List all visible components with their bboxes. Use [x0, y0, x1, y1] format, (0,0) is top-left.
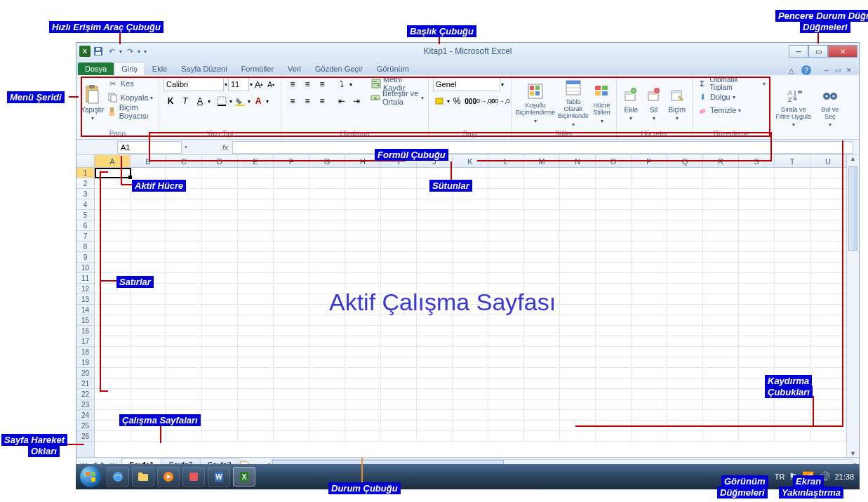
row-header[interactable]: 2 [76, 178, 94, 189]
taskbar-excel-icon[interactable]: X [233, 467, 255, 487]
lang-indicator[interactable]: TR [775, 473, 785, 481]
tab-formulas[interactable]: Formüller [234, 62, 281, 75]
cut-button[interactable]: ✂Kes [107, 77, 154, 90]
row-header[interactable]: 7 [76, 231, 94, 242]
help-icon[interactable]: ? [801, 65, 811, 75]
workbook-close-icon[interactable]: ✕ [843, 65, 855, 75]
col-header[interactable]: T [775, 155, 810, 167]
col-header[interactable]: A [95, 155, 131, 167]
row-header[interactable]: 23 [76, 399, 94, 410]
workbook-min-icon[interactable]: ─ [821, 65, 832, 75]
numfmt-select[interactable] [433, 77, 500, 91]
row-header[interactable]: 26 [76, 431, 94, 442]
clear-button[interactable]: Temizle▾ [697, 104, 766, 117]
border-icon[interactable] [215, 94, 229, 108]
undo-icon[interactable]: ↶ [106, 46, 117, 57]
align-center-icon[interactable]: ≡ [300, 94, 314, 108]
save-icon[interactable] [93, 46, 104, 57]
fill-button[interactable]: ⬇Dolgu▾ [697, 91, 766, 103]
sort-button[interactable]: AZSırala ve Filtre Uygula▾ [774, 77, 813, 136]
taskbar-word-icon[interactable]: W [208, 467, 230, 487]
painter-button[interactable]: Biçim Boyacısı [107, 105, 154, 118]
font-name-select[interactable] [163, 77, 224, 91]
row-header[interactable]: 17 [76, 336, 94, 347]
row-header[interactable]: 1 [76, 168, 94, 178]
row-header[interactable]: 5 [76, 210, 94, 220]
redo-icon[interactable]: ↷ [124, 46, 135, 57]
row-header[interactable]: 16 [76, 326, 94, 336]
align-mid-icon[interactable]: ≡ [300, 77, 314, 91]
start-button[interactable] [76, 464, 105, 489]
clock[interactable]: 21:38 [834, 473, 854, 481]
font-size-select[interactable] [228, 77, 249, 91]
row-header[interactable]: 6 [76, 220, 94, 231]
copy-button[interactable]: Kopyala▾ [107, 91, 154, 104]
row-header[interactable]: 20 [76, 368, 94, 378]
taskbar-ie-icon[interactable] [107, 467, 129, 487]
outdent-icon[interactable]: ⇤ [335, 94, 349, 108]
row-header[interactable]: 21 [76, 378, 94, 389]
grow-font-icon[interactable]: A▴ [253, 77, 265, 91]
minimize-button[interactable]: ─ [789, 45, 808, 58]
row-header[interactable]: 12 [76, 284, 94, 294]
tab-data[interactable]: Veri [281, 62, 308, 75]
align-left-icon[interactable]: ≡ [286, 94, 300, 108]
italic-button[interactable]: T [178, 94, 192, 108]
row-header[interactable]: 4 [76, 199, 94, 210]
orientation-icon[interactable]: ⤵ [335, 77, 349, 91]
insert-cells-button[interactable]: +Ekle▾ [621, 77, 641, 128]
indent-icon[interactable]: ⇥ [349, 94, 363, 108]
taskbar-media-icon[interactable] [157, 467, 180, 487]
tab-file[interactable]: Dosya [78, 62, 114, 75]
bold-button[interactable]: K [163, 94, 178, 108]
delete-cells-button[interactable]: −Sil▾ [644, 77, 664, 128]
workbook-restore-icon[interactable]: ▭ [832, 65, 843, 75]
taskbar-app1-icon[interactable] [182, 467, 205, 487]
paste-button[interactable]: Yapıştır ▾ [81, 77, 105, 128]
tab-view[interactable]: Görünüm [370, 62, 416, 75]
row-header[interactable]: 9 [76, 252, 94, 263]
fx-icon[interactable]: fx [218, 143, 232, 152]
row-header[interactable]: 13 [76, 294, 94, 305]
vscroll-thumb[interactable] [848, 166, 857, 251]
row-header[interactable]: 3 [76, 189, 94, 199]
tab-review[interactable]: Gözden Geçir [308, 62, 370, 75]
tab-insert[interactable]: Ekle [145, 62, 174, 75]
fillcolor-icon[interactable] [233, 94, 247, 108]
row-header[interactable]: 10 [76, 263, 94, 273]
format-cells-button[interactable]: Biçim▾ [667, 77, 688, 128]
row-header[interactable]: 25 [76, 421, 94, 431]
align-top-icon[interactable]: ≡ [286, 77, 300, 91]
col-header[interactable]: U [810, 155, 846, 167]
row-header[interactable]: 8 [76, 242, 94, 252]
vertical-scrollbar[interactable]: ▲ ▼ [846, 155, 859, 457]
fontcolor-icon[interactable]: A [251, 94, 265, 108]
row-header[interactable]: 22 [76, 389, 94, 399]
dec-dec-icon[interactable]: ,00→,0 [493, 94, 507, 108]
align-bot-icon[interactable]: ≡ [315, 77, 329, 91]
currency-icon[interactable] [433, 94, 446, 108]
merge-button[interactable]: aBirleştir ve Ortala▾ [370, 91, 424, 104]
close-button[interactable]: ✕ [828, 45, 857, 58]
row-header[interactable]: 11 [76, 273, 94, 284]
taskbar-explorer-icon[interactable] [132, 467, 154, 487]
tab-layout[interactable]: Sayfa Düzeni [174, 62, 234, 75]
wrap-button[interactable]: Metni Kaydır [370, 77, 424, 90]
table-fmt-button[interactable]: Tablo Olarak Biçimlendir▾ [558, 77, 589, 128]
row-header[interactable]: 15 [76, 315, 94, 326]
row-header[interactable]: 24 [76, 410, 94, 421]
align-right-icon[interactable]: ≡ [315, 94, 329, 108]
cond-fmt-button[interactable]: Koşullu Biçimlendirme▾ [516, 77, 555, 128]
cell-styles-button[interactable]: Hücre Stilleri▾ [592, 77, 612, 128]
formula-bar[interactable] [232, 141, 853, 154]
underline-button[interactable]: A [193, 94, 207, 108]
maximize-button[interactable]: ▭ [808, 45, 828, 58]
percent-icon[interactable]: % [450, 94, 464, 108]
row-header[interactable]: 19 [76, 357, 94, 368]
row-header[interactable]: 14 [76, 305, 94, 315]
ribbon-minimize-icon[interactable]: △ [789, 67, 794, 74]
find-button[interactable]: Bul ve Seç▾ [816, 77, 844, 136]
autosum-button[interactable]: ΣOtomatik Toplam▾ [697, 77, 766, 90]
tab-home[interactable]: Giriş [114, 62, 145, 75]
shrink-font-icon[interactable]: A▾ [265, 77, 276, 91]
